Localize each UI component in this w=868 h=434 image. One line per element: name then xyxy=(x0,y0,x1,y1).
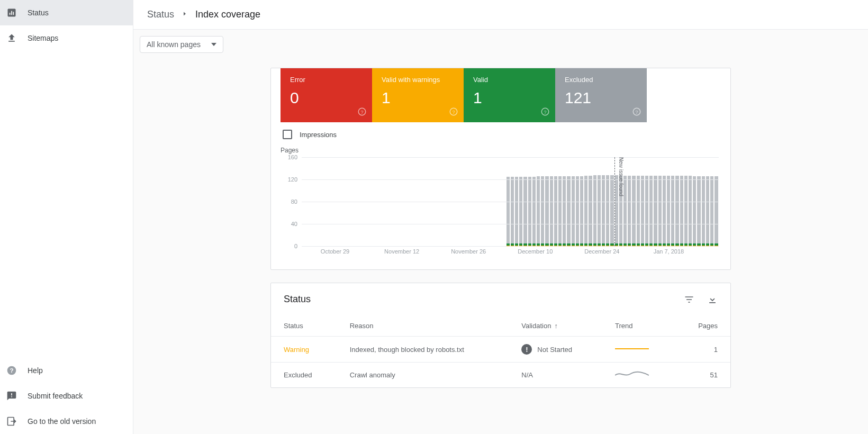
breadcrumb: Status Index coverage xyxy=(133,0,868,30)
svg-rect-3 xyxy=(13,12,14,15)
upload-icon xyxy=(5,32,18,44)
filter-selected: All known pages xyxy=(147,40,201,49)
metric-label: Error xyxy=(290,76,363,84)
status-table: Status Reason Validation↑ Trend Pages Wa… xyxy=(271,310,730,387)
svg-rect-1 xyxy=(10,13,11,15)
breadcrumb-parent[interactable]: Status xyxy=(147,9,174,20)
col-validation[interactable]: Validation↑ xyxy=(509,310,602,337)
sidebar-item-old-version[interactable]: Go to the old version xyxy=(0,409,133,434)
svg-text:?: ? xyxy=(452,110,455,115)
filter-dropdown[interactable]: All known pages xyxy=(140,36,223,53)
feedback-icon xyxy=(5,390,18,402)
metric-value: 1 xyxy=(473,89,546,107)
svg-text:?: ? xyxy=(360,110,363,115)
coverage-chart: 04080120160 New issue found October 29No… xyxy=(281,157,721,258)
help-icon: ? xyxy=(5,364,18,377)
filter-icon[interactable] xyxy=(684,294,694,305)
table-row[interactable]: WarningIndexed, though blocked by robots… xyxy=(271,337,730,363)
exit-icon xyxy=(5,415,18,428)
metric-warnings[interactable]: Valid with warnings 1 ? xyxy=(372,68,464,122)
chart-ylabel: Pages xyxy=(281,147,721,154)
chevron-right-icon xyxy=(182,11,188,19)
metric-valid[interactable]: Valid 1 ? xyxy=(464,68,555,122)
sidebar-item-label: Sitemaps xyxy=(28,34,58,42)
sidebar-item-sitemaps[interactable]: Sitemaps xyxy=(0,25,133,51)
help-icon[interactable]: ? xyxy=(540,107,550,118)
status-table-title: Status xyxy=(284,294,311,305)
svg-rect-7 xyxy=(11,396,12,397)
help-icon[interactable]: ? xyxy=(357,107,367,118)
svg-text:?: ? xyxy=(10,367,13,374)
svg-rect-6 xyxy=(11,393,12,395)
help-icon[interactable]: ? xyxy=(449,107,458,118)
sidebar-item-help[interactable]: ? Help xyxy=(0,358,133,383)
sidebar-item-label: Go to the old version xyxy=(28,417,96,426)
metric-label: Valid with warnings xyxy=(382,76,454,84)
help-icon[interactable]: ? xyxy=(632,107,641,118)
sidebar-item-label: Status xyxy=(28,8,49,17)
metric-label: Excluded xyxy=(565,76,637,84)
chart-icon xyxy=(5,6,18,19)
sidebar-item-label: Help xyxy=(28,366,43,375)
svg-rect-2 xyxy=(11,11,12,15)
metric-label: Valid xyxy=(473,76,546,84)
col-reason[interactable]: Reason xyxy=(337,310,509,337)
metric-value: 0 xyxy=(290,89,363,107)
sidebar-item-label: Submit feedback xyxy=(28,392,83,400)
svg-text:?: ? xyxy=(635,110,638,115)
metric-value: 1 xyxy=(382,89,454,107)
metric-value: 121 xyxy=(565,89,637,107)
sidebar-item-feedback[interactable]: Submit feedback xyxy=(0,383,133,409)
sort-arrow-up-icon: ↑ xyxy=(554,322,558,330)
impressions-label: Impressions xyxy=(300,131,337,139)
sidebar-item-status[interactable]: Status xyxy=(0,0,133,25)
metric-excluded[interactable]: Excluded 121 ? xyxy=(555,68,647,122)
impressions-checkbox[interactable] xyxy=(283,130,292,139)
svg-text:?: ? xyxy=(544,110,546,115)
col-trend[interactable]: Trend xyxy=(602,310,675,337)
download-icon[interactable] xyxy=(707,294,718,305)
chevron-down-icon xyxy=(211,42,216,47)
table-row[interactable]: ExcludedCrawl anomalyN/A51 xyxy=(271,363,730,388)
page-title: Index coverage xyxy=(195,9,260,20)
col-pages[interactable]: Pages xyxy=(675,310,730,337)
metric-error[interactable]: Error 0 ? xyxy=(281,68,372,122)
col-status[interactable]: Status xyxy=(271,310,337,337)
